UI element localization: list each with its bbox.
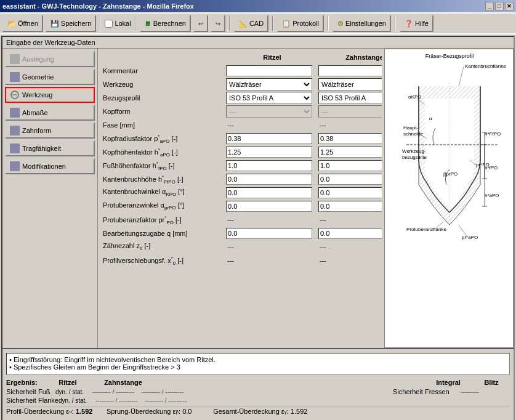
kopfhohenfaktor-col2 <box>318 147 382 158</box>
kopfform-label: Kopfform <box>103 108 226 115</box>
protocol-icon: 📋 <box>282 20 291 28</box>
kopfform-select-2[interactable]: --- <box>318 105 382 118</box>
kommentar-label: Kommentar <box>103 67 226 75</box>
separator-1 <box>100 16 101 31</box>
local-checkbox[interactable] <box>105 20 113 28</box>
kantenbruchwinkel-label: Kantenbruchwinkel αKPO [°] <box>103 188 226 197</box>
kantenbruchhohe-input-2[interactable] <box>318 174 382 185</box>
geometry-icon <box>10 72 20 82</box>
close-button[interactable]: ✕ <box>505 2 514 10</box>
kantenbruchhohe-input-1[interactable] <box>226 174 312 185</box>
sidebar-item-modifikationen[interactable]: Modifikationen <box>5 158 95 174</box>
sicherheit-fuss-label: Sicherheit Fuß <box>6 388 55 395</box>
bearbeitungszugabe-input-2[interactable] <box>318 228 382 239</box>
kopfradiusfaktor-input-2[interactable] <box>318 133 382 144</box>
kopfhohenfaktor-input-1[interactable] <box>226 147 312 158</box>
uberdekung-row: Profil-Überdeckung εα : 1.592 Sprung-Übe… <box>6 406 510 416</box>
kopfhohenfaktor-input-2[interactable] <box>318 147 382 158</box>
window-title: eassistant - GWJ-Technology - Zahnstange… <box>2 2 194 10</box>
kantenbruchwinkel-col2 <box>318 187 382 198</box>
kommentar-col2 <box>318 65 382 76</box>
fase-row: Fase [mm] --- --- <box>103 119 377 131</box>
zahnezahl-row: Zähnezahl z0 [-] --- --- <box>103 241 377 253</box>
sidebar-item-auslegung[interactable]: Auslegung <box>5 51 95 67</box>
werkzeug-label: Werkzeug <box>103 81 226 88</box>
kommentar-input-1[interactable] <box>226 65 312 76</box>
help-button[interactable]: ❓ Hilfe <box>400 15 433 32</box>
svg-text:αKPO: αKPO <box>408 94 422 100</box>
fusshohenfaktor-input-2[interactable] <box>318 160 382 171</box>
svg-text:α: α <box>429 116 432 121</box>
fusshohenfaktor-input-1[interactable] <box>226 160 312 171</box>
kommentar-col1 <box>226 65 318 76</box>
results-row-2: Sicherheit Flanke dyn. / stat. ---------… <box>6 396 510 405</box>
bearbeitungszugabe-input-1[interactable] <box>226 228 312 239</box>
protuberanzwinkel-input-1[interactable] <box>226 201 312 212</box>
protuberanzfaktor-label: Protuberanzfaktor pr*PO [-] <box>103 215 226 225</box>
svg-text:Fräser-Bezugsprofil: Fräser-Bezugsprofil <box>425 53 474 59</box>
bottom-area: • Eingriffsstörung: Eingriff im nichtevo… <box>2 348 514 420</box>
sicherheit-flanke-zahnstange: --------- / --------- <box>145 397 206 404</box>
sidebar: Auslegung Geometrie Werkzeug Abmaße Zahn… <box>2 49 98 348</box>
werkzeug-select-1[interactable]: Wälzfräser <box>226 78 312 91</box>
fusshohenfaktor-col2 <box>318 160 382 171</box>
settings-button[interactable]: ⚙ Einstellungen <box>333 15 391 32</box>
bezugsprofil-select-1[interactable]: ISO 53 Profil A <box>226 92 312 104</box>
cad-button[interactable]: 📐 CAD <box>234 15 268 32</box>
abmasse-icon <box>10 108 20 118</box>
section-header: Eingabe der Werkzeug-Daten <box>2 37 514 49</box>
minimize-button[interactable]: _ <box>485 2 494 10</box>
sidebar-item-zahnform[interactable]: Zahnform <box>5 123 95 139</box>
cad-icon: 📐 <box>239 20 248 28</box>
save-button[interactable]: 💾 Speichern <box>46 15 97 32</box>
kopfhohenfaktor-label: Kopfhöhenfaktor h*aPO [-] <box>103 147 226 158</box>
fase-col1: --- <box>226 121 318 129</box>
fase-label: Fase [mm] <box>103 121 226 129</box>
kopfradiusfaktor-input-1[interactable] <box>226 133 312 144</box>
ritzel-header: Ritzel <box>226 52 318 62</box>
protuberanzwinkel-col1 <box>226 201 318 212</box>
kantenbruchwinkel-input-2[interactable] <box>318 187 382 198</box>
sidebar-item-abmasse[interactable]: Abmaße <box>5 105 95 121</box>
bearbeitungszugabe-label: Bearbeitungszugabe q [mm] <box>103 230 226 237</box>
protuberanzwinkel-input-2[interactable] <box>318 201 382 212</box>
dyn-stat-label-1: dyn. / stat. <box>55 389 92 395</box>
bezugsprofil-select-2[interactable]: ISO 53 Profil A <box>318 92 382 104</box>
fräser-diagram: Fräser-Bezugsprofil Kantenbruchflanke <box>385 49 514 259</box>
separator-6 <box>395 16 396 31</box>
fusshohenfaktor-label: Fußhöhenfaktor h*fPO [-] <box>103 161 226 171</box>
protuberanzfaktor-col1: --- <box>226 216 318 224</box>
bezugsprofil-col2: ISO 53 Profil A ⊞ <box>318 92 382 104</box>
sidebar-item-werkzeug[interactable]: Werkzeug <box>5 87 95 103</box>
calc-icon: 🖩 <box>145 20 151 27</box>
maximize-button[interactable]: □ <box>495 2 504 10</box>
svg-text:Werkzeug-: Werkzeug- <box>402 148 426 154</box>
title-bar: eassistant - GWJ-Technology - Zahnstange… <box>0 0 516 12</box>
sicherheit-flanke-label: Sicherheit Flanke <box>6 397 58 404</box>
bezugsprofil-col1: ISO 53 Profil A <box>226 92 318 104</box>
sidebar-item-tragfahigkeit[interactable]: Tragfähigkeit <box>5 140 95 156</box>
redo-button[interactable]: ↪ <box>211 15 225 32</box>
sidebar-item-geometrie[interactable]: Geometrie <box>5 69 95 85</box>
protocol-button[interactable]: 📋 Protokoll <box>277 15 324 32</box>
sprung-val: 0.0 <box>182 408 207 415</box>
calc-button[interactable]: 🖩 Berechnen <box>140 15 191 32</box>
kantenbruchwinkel-input-1[interactable] <box>226 187 312 198</box>
kantenbruchhohe-row: Kantenbruchhöhe h*FfPO [-] <box>103 173 377 185</box>
label-col-header <box>103 52 226 62</box>
svg-text:schneide: schneide <box>403 131 424 137</box>
svg-text:Protuberanzflanke: Protuberanzflanke <box>406 227 446 232</box>
help-icon: ❓ <box>405 20 413 28</box>
open-button[interactable]: 📂 Öffnen <box>2 15 43 32</box>
svg-text:Kantenbruchflanke: Kantenbruchflanke <box>465 63 506 69</box>
content-area: Auslegung Geometrie Werkzeug Abmaße Zahn… <box>2 49 514 348</box>
kopfradiusfaktor-row: Kopfradiusfaktor p*aPO [-] <box>103 132 377 145</box>
svg-text:h*fPO: h*fPO <box>485 165 498 171</box>
kantenbruchhohe-col1 <box>226 174 318 185</box>
results-col-blitz: Blitz <box>473 379 510 386</box>
gesamt-label: Gesamt-Überdeckung ε <box>213 408 284 415</box>
werkzeug-select-2[interactable]: Wälzfräser <box>318 78 382 91</box>
kopfform-select-1[interactable]: --- <box>226 105 312 118</box>
undo-button[interactable]: ↩ <box>193 15 208 32</box>
kommentar-input-2[interactable] <box>318 65 382 76</box>
